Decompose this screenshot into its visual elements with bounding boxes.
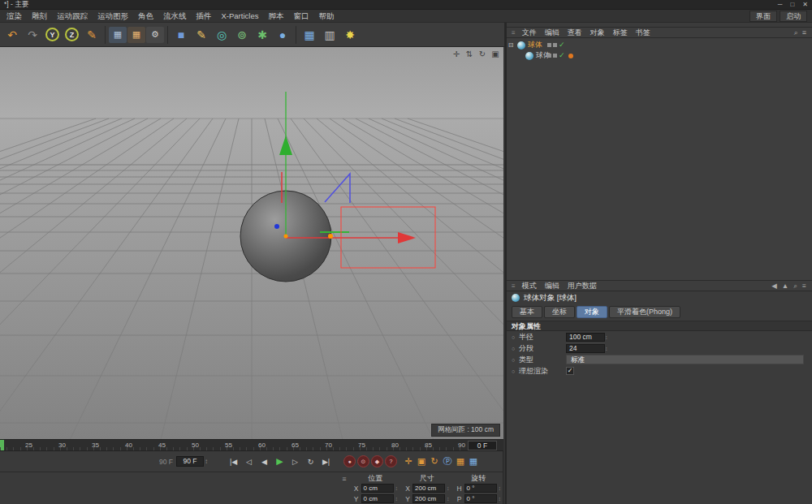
material-tag-icon[interactable] (568, 54, 573, 58)
render-visibility-dot[interactable] (553, 43, 557, 47)
record-keyframe-button[interactable]: ● (343, 455, 356, 467)
volume-icon[interactable]: ● (273, 25, 292, 45)
light-icon[interactable]: ✸ (340, 25, 360, 45)
playhead[interactable] (0, 440, 4, 450)
goto-start-button[interactable]: |◀ (226, 454, 241, 468)
menu-sculpt[interactable]: 雕刻 (27, 10, 52, 23)
deformer-icon[interactable]: ✱ (253, 25, 272, 45)
om-menu-bookmarks[interactable]: 书签 (632, 28, 654, 38)
redo-icon[interactable]: ↷ (23, 25, 42, 45)
enabled-check-icon[interactable]: ✓ (559, 52, 565, 59)
spinner-icon[interactable]: ↕ (395, 485, 399, 491)
tab-coord[interactable]: 坐标 (544, 306, 575, 318)
render-picture-viewer-icon[interactable]: ▦ (127, 27, 145, 43)
key-scale-icon[interactable]: ▣ (415, 454, 428, 468)
add-cube-icon[interactable]: ■ (171, 25, 191, 45)
size-x-field[interactable]: 200 cm (412, 484, 445, 493)
close-button[interactable]: ✕ (802, 1, 808, 8)
spinner-icon[interactable]: ↕ (605, 346, 608, 351)
editor-visibility-dot[interactable] (547, 54, 551, 58)
tab-phong[interactable]: 平滑着色(Phong) (609, 306, 680, 318)
panel-menu-icon[interactable]: ≡ (802, 282, 806, 291)
end-frame-field[interactable]: 90 F (176, 456, 204, 467)
panel-grip-icon[interactable]: ≡ (509, 29, 518, 37)
position-x-field[interactable]: 0 cm (361, 484, 394, 493)
editor-visibility-dot[interactable] (547, 43, 551, 47)
object-label[interactable]: 球体 (528, 40, 542, 50)
key-rotation-icon[interactable]: ↻ (428, 454, 441, 468)
pan-icon[interactable]: ✛ (451, 50, 461, 59)
radius-field[interactable]: 100 cm (566, 333, 605, 342)
viewport[interactable]: ✛ ⇅ ↻ ▣ 网格间距 : 100 cm (0, 47, 503, 439)
prev-frame-button[interactable]: ◀ (257, 454, 272, 468)
record-help-button[interactable]: ? (385, 455, 397, 467)
rotate-icon[interactable]: ↻ (477, 50, 487, 59)
segments-field[interactable]: 24 (566, 344, 605, 353)
prev-key-button[interactable]: ◁ (241, 454, 257, 468)
am-menu-edit[interactable]: 编辑 (541, 281, 564, 291)
menu-plugins[interactable]: 插件 (192, 10, 217, 23)
menu-pipeline[interactable]: 流水线 (158, 10, 192, 23)
object-row[interactable]: 球体 ✓ (507, 50, 812, 61)
tab-object[interactable]: 对象 (577, 306, 607, 318)
tab-basic[interactable]: 基本 (512, 306, 542, 318)
expander-icon[interactable]: ⊟ (507, 41, 515, 49)
am-menu-mode[interactable]: 模式 (518, 281, 541, 291)
history-back-icon[interactable]: ◀ (771, 282, 777, 291)
keyframe-selection-button[interactable]: ◆ (371, 455, 383, 467)
search-icon[interactable]: ⌕ (793, 282, 797, 291)
menu-character[interactable]: 角色 (133, 10, 158, 23)
render-visibility-dot[interactable] (553, 54, 557, 58)
spinner-icon[interactable]: ↕ (395, 496, 399, 502)
goto-end-button[interactable]: ▶| (318, 454, 334, 468)
timeline-ruler[interactable]: 25 30 35 40 45 50 55 60 65 70 75 80 85 9… (0, 439, 503, 451)
key-position-icon[interactable]: ✛ (402, 454, 415, 468)
menu-help[interactable]: 帮助 (313, 10, 339, 23)
type-dropdown[interactable]: 标准 (566, 355, 804, 364)
menu-window[interactable]: 窗口 (288, 10, 313, 23)
play-button[interactable]: ▶ (272, 454, 287, 468)
keyframe-circle-icon[interactable]: ○ (512, 334, 519, 340)
next-frame-button[interactable]: ▷ (287, 454, 303, 468)
menu-mograph[interactable]: 运动图形 (93, 10, 133, 23)
section-object-properties[interactable]: 对象属性 (507, 321, 812, 331)
om-menu-file[interactable]: 文件 (518, 28, 541, 38)
make-editable-icon[interactable]: ✎ (82, 25, 102, 45)
filter-icon[interactable]: ≡ (802, 28, 806, 37)
startup-layout-dropdown[interactable]: 启动 (780, 11, 807, 22)
keyframe-circle-icon[interactable]: ○ (512, 357, 519, 363)
layout-dropdown[interactable]: 界面 (749, 11, 777, 22)
axis-z-lock-icon[interactable]: Z (65, 28, 79, 41)
rotation-p-field[interactable]: 0 ° (464, 494, 497, 503)
key-parameter-icon[interactable]: Ⓟ (441, 454, 454, 468)
keyframe-circle-icon[interactable]: ○ (512, 346, 519, 351)
render-perfect-checkbox[interactable]: ✓ (566, 367, 574, 375)
keying-panel-icon[interactable]: ▦ (467, 454, 480, 468)
object-tree[interactable]: ⊟ 球体 ✓ 球体 ✓ (507, 38, 812, 280)
rotation-h-field[interactable]: 0 ° (464, 484, 497, 493)
enabled-check-icon[interactable]: ✓ (559, 41, 565, 49)
generator-icon[interactable]: ⊚ (232, 25, 252, 45)
maximize-button[interactable]: □ (790, 1, 794, 8)
spinner-icon[interactable]: ↕ (605, 334, 608, 340)
size-y-field[interactable]: 200 cm (412, 494, 445, 503)
autokey-button[interactable]: ⊙ (357, 455, 369, 467)
panel-grip-icon[interactable]: ≡ (509, 282, 518, 290)
position-y-field[interactable]: 0 cm (361, 494, 394, 503)
cloner-icon[interactable]: ▦ (300, 25, 319, 45)
object-row[interactable]: ⊟ 球体 ✓ (507, 40, 812, 50)
om-menu-tags[interactable]: 标签 (609, 28, 632, 38)
center-param-handle[interactable] (284, 235, 288, 239)
current-frame-field[interactable]: 0 F (468, 441, 497, 450)
spinner-icon[interactable]: ↕ (447, 485, 450, 491)
om-menu-view[interactable]: 查看 (564, 28, 586, 38)
maximize-view-icon[interactable]: ▣ (490, 50, 500, 59)
menu-motion-tracker[interactable]: 运动跟踪 (52, 10, 93, 23)
spinner-icon[interactable]: ↕ (499, 485, 502, 491)
spinner-icon[interactable]: ↕ (447, 496, 450, 502)
om-menu-edit[interactable]: 编辑 (541, 28, 564, 38)
minimize-button[interactable]: ─ (778, 1, 783, 8)
am-menu-userdata[interactable]: 用户数据 (564, 281, 601, 291)
end-frame-spinner[interactable]: ↕ (205, 458, 208, 465)
pen-tool-icon[interactable]: ✎ (192, 25, 211, 45)
